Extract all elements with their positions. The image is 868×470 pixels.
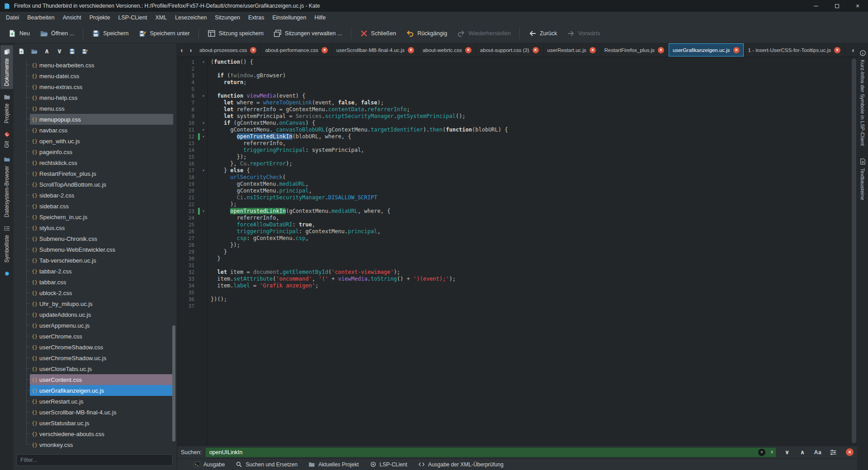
find-previous-button[interactable]: ∧ [797, 447, 808, 457]
code-text[interactable]: forceAllowDataURI: true, [207, 221, 315, 228]
open-button[interactable]: Öffnen ... [35, 26, 79, 41]
code-text[interactable]: item.label = 'Grafik anzeigen'; [207, 282, 318, 289]
file-row-userscrollbar-mb-final-4-uc-js[interactable]: {}userScrollbar-MB-final-4.uc.js [30, 407, 173, 418]
file-row-userclosetabs-uc-js[interactable]: {}userCloseTabs.uc.js [30, 363, 173, 374]
tab-userrestart-uc-js[interactable]: userRestart.uc.js× [543, 43, 600, 56]
find-next-button[interactable]: ∨ [782, 447, 793, 457]
tabs-overflow-button[interactable]: ‹ [849, 46, 857, 54]
file-row-open-with-uc-js[interactable]: {}open_with.uc.js [30, 136, 173, 146]
file-row-stylus-css[interactable]: {}stylus.css [30, 222, 173, 233]
output-toggle-button[interactable]: Ausgabe [189, 459, 229, 470]
code-text[interactable]: let referrerInfo = gContextMenu.contentD… [207, 106, 410, 113]
menu-projekte[interactable]: Projekte [85, 12, 114, 24]
code-text[interactable]: item.setAttribute('oncommand', '(' + vie… [207, 276, 456, 282]
menu-hilfe[interactable]: Hilfe [310, 12, 330, 24]
tab-usergrafikanzeigen-uc-js[interactable]: userGrafikanzeigen.uc.js× [669, 43, 744, 56]
code-text[interactable]: openTrustedLinkIn(gContextMenu.mediaURL,… [207, 208, 390, 215]
code-text[interactable]: }); [207, 154, 246, 160]
next-document-button[interactable]: ∨ [56, 48, 63, 55]
sidebar-tab-projects[interactable]: Projekte [0, 90, 13, 127]
save-as-button[interactable]: Speichern unter [134, 26, 194, 41]
scroll-tabs-right-button[interactable]: › [186, 43, 195, 56]
file-row-vmonkey-css[interactable]: {}vmonkey.css [30, 439, 173, 449]
tab-close-icon[interactable]: × [533, 47, 539, 53]
file-row-menu-datei-css[interactable]: {}menu-datei.css [30, 70, 173, 81]
tab-close-icon[interactable]: × [733, 47, 740, 53]
tab-about-support-css-3[interactable]: about-support.css (3)× [476, 43, 543, 56]
file-row-usercontent-css[interactable]: {}userContent.css [30, 374, 173, 385]
file-row-userchrome-css[interactable]: {}userChrome.css [30, 331, 173, 342]
file-row-usergrafikanzeigen-uc-js[interactable]: {}userGrafikanzeigen.uc.js [30, 385, 173, 396]
file-row-tab-verschieben-uc-js[interactable]: {}Tab-verschieben.uc.js [30, 255, 173, 266]
documents-scrollbar[interactable] [172, 325, 175, 442]
lsp-client-toggle-button[interactable]: LSP-CLient [365, 459, 412, 470]
file-row-userchromeshadow-uc-js[interactable]: {}userChromeShadow.uc.js [30, 352, 173, 363]
tab-userscrollbar-mb-final-4-uc-js[interactable]: userScrollbar-MB-final-4.uc.js× [332, 43, 419, 56]
editor[interactable]: 1▾(function() {23 if (!window.gBrowser)4… [177, 57, 857, 446]
close-window-button[interactable]: × [847, 0, 868, 12]
file-row-submenu-webentwickler-css[interactable]: {}Submenu-WebEntwickler.css [30, 244, 173, 255]
file-row-userrestart-uc-js[interactable]: {}userRestart.uc.js [30, 396, 173, 407]
menu-sitzungen[interactable]: Sitzungen [211, 12, 244, 24]
save-document-button[interactable] [69, 48, 75, 55]
search-replace-toggle-button[interactable]: Suchen und Ersetzen [231, 459, 302, 470]
menu-datei[interactable]: Datei [2, 12, 23, 24]
code-text[interactable]: function viewMedia(event) { [207, 93, 306, 99]
manage-sessions-button[interactable]: Sitzungen verwalten ... [269, 26, 346, 41]
menu-extras[interactable]: Extras [244, 12, 268, 24]
code-text[interactable]: referrerInfo, [207, 215, 279, 221]
file-row-updateaddons-uc-js[interactable]: {}updateAddons.uc.js [30, 309, 173, 320]
xml-check-output-toggle-button[interactable]: Ausgabe der XML-Überprüfung [414, 459, 508, 470]
file-row-menu-extras-css[interactable]: {}menu-extras.css [30, 81, 173, 92]
fold-arrow-icon[interactable]: ▾ [200, 167, 207, 174]
file-row-userappmenu-uc-js[interactable]: {}userAppmenu.uc.js [30, 320, 173, 331]
file-row-menu-bearbeiten-css[interactable]: {}menu-bearbeiten.css [30, 60, 173, 70]
file-row-userchromeshadow-css[interactable]: {}userChromeShadow.css [30, 342, 173, 352]
filter-input[interactable] [16, 454, 173, 466]
code-text[interactable]: gContextMenu.mediaURL, [207, 181, 309, 188]
close-document-button[interactable]: Schließen [355, 26, 401, 41]
file-row-navbar-css[interactable]: {}navbar.css [30, 125, 173, 136]
code-text[interactable]: } [207, 249, 227, 255]
menu-ansicht[interactable]: Ansicht [59, 12, 85, 24]
menu-einstellungen[interactable]: Einstellungen [268, 12, 310, 24]
code-text[interactable]: let item = document.getElementById('cont… [207, 269, 400, 276]
code-text[interactable]: triggeringPrincipal: systemPrincipal, [207, 147, 364, 154]
tab-about-performance-css[interactable]: about-performance.css× [261, 43, 332, 56]
sidebar-tab-documents[interactable]: Dokumente [0, 45, 13, 89]
code-text[interactable]: urlSecurityCheck( [207, 174, 286, 181]
save-session-button[interactable]: Sitzung speichern [203, 26, 268, 41]
code-area[interactable]: 1▾(function() {23 if (!window.gBrowser)4… [177, 57, 857, 446]
code-text[interactable]: ); [207, 201, 237, 208]
tab-about-prozesses-css[interactable]: about-prozesses.css× [195, 43, 261, 56]
fold-arrow-icon[interactable]: ▾ [200, 59, 207, 66]
file-row-sidebar-css[interactable]: {}sidebar.css [30, 201, 173, 212]
code-text[interactable]: }, Cu.reportError); [207, 160, 292, 167]
code-text[interactable]: gContextMenu.principal, [207, 188, 312, 194]
file-row-userstatusbar-uc-js[interactable]: {}userStatusbar.uc.js [30, 418, 173, 428]
code-text[interactable]: let systemPrincipal = Services.scriptSec… [207, 113, 466, 120]
code-text[interactable]: if (!window.gBrowser) [207, 72, 286, 79]
menu-bearbeiten[interactable]: Bearbeiten [23, 12, 58, 24]
undo-button[interactable]: Rückgängig [401, 26, 452, 41]
code-text[interactable]: Ci.nsIScriptSecurityManager.DISALLOW_SCR… [207, 194, 377, 201]
file-row-menu-css[interactable]: {}menu.css [30, 103, 173, 114]
file-row-menupopup-css[interactable]: {}menupopup.css [30, 114, 173, 125]
fold-arrow-icon[interactable]: ▾ [200, 208, 207, 215]
code-text[interactable]: gContextMenu._canvasToBlobURL(gContextMe… [207, 127, 508, 133]
tab-close-icon[interactable]: × [834, 47, 840, 53]
file-row-tabbar-css[interactable]: {}tabbar.css [30, 277, 173, 287]
file-row-restartfirefox-plus-js[interactable]: {}RestartFirefox_plus.js [30, 168, 173, 179]
fold-arrow-icon[interactable]: ▾ [200, 93, 207, 99]
close-search-button[interactable]: × [846, 448, 854, 456]
file-row-tabbar-2-css[interactable]: {}tabbar-2.css [30, 266, 173, 277]
file-row-menu-help-css[interactable]: {}menu-help.css [30, 92, 173, 103]
file-row-speichern-in-uc-js[interactable]: {}Speichern_in.uc.js [30, 212, 173, 222]
file-row-submenu-chronik-css[interactable]: {}Submenu-Chronik.css [30, 233, 173, 244]
file-row-rechtsklick-css[interactable]: {}rechtsklick.css [30, 157, 173, 168]
tab-close-icon[interactable]: × [321, 47, 328, 53]
tab-close-icon[interactable]: × [465, 47, 472, 53]
tab-1-insert-usercss-for-tooltips-uc-js[interactable]: 1 - insert-UserCSS-for-Tooltips.uc.js× [744, 43, 845, 56]
search-input[interactable] [205, 447, 776, 457]
code-text[interactable]: return; [207, 79, 247, 86]
